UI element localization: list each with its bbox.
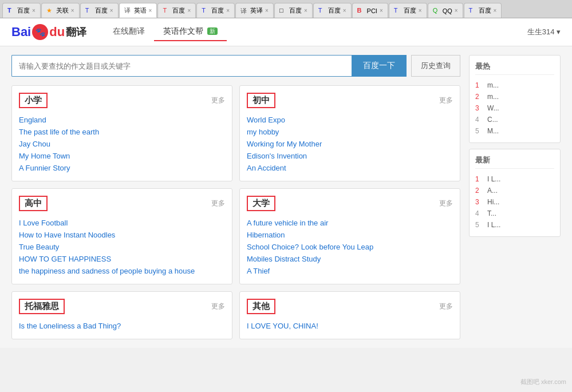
sidebar-hot-link-3[interactable]: W... [487,104,499,112]
list-item: Edison's Invention [247,150,453,162]
link-instantnoodles[interactable]: How to Have Instant Noodles [19,231,115,239]
sidebar-hot-list: 1 m... 2 m... 3 W... 4 C... 5 M... [475,80,554,137]
sidebar-new-link-2[interactable]: A... [487,187,498,195]
tab-close-13[interactable]: × [494,7,497,14]
sidebar-hot-link-1[interactable]: m... [487,81,499,89]
section-xiaoxue-more[interactable]: 更多 [211,96,225,105]
logo-du: du [49,25,65,39]
tab-9[interactable]: T 百度 × [313,3,352,18]
tab-close-12[interactable]: × [455,7,458,14]
link-jaychou[interactable]: Jay Chou [19,140,50,148]
list-item: 2 m... [475,91,554,102]
link-truebeauty[interactable]: True Beauty [19,243,59,251]
tab-2[interactable]: ★ 关联 × [41,3,80,18]
section-gaozhong-links: I Love Football How to Have Instant Nood… [19,217,225,277]
section-chuzhong-more[interactable]: 更多 [439,96,453,105]
rank-1: 1 [475,81,484,89]
section-gaozhong-more[interactable]: 更多 [211,199,225,208]
tab-close-7[interactable]: × [265,7,269,14]
sidebar-new: 最新 1 I L... 2 A... 3 Hi... 4 T... [469,149,561,237]
link-anaccident[interactable]: An Accident [247,164,286,172]
link-futurevehicle[interactable]: A future vehicle in the air [247,219,328,227]
tab-5[interactable]: T 百度 × [157,3,196,18]
link-ilovefootball[interactable]: I Love Football [19,219,68,227]
link-myhobby[interactable]: my hobby [247,128,279,136]
link-loneliness[interactable]: Is the Loneliness a Bad Thing? [19,322,121,330]
tab-label-3: 百度 [95,6,108,15]
section-tufu-header: 托福雅思 更多 [19,299,225,314]
tab-icon-1: T [7,7,15,15]
content-area: 百度一下 历史查询 小学 更多 England The past life of… [11,55,460,339]
logo-bai: Bai [11,25,31,39]
tab-6[interactable]: T 百度 × [196,3,235,18]
tab-11[interactable]: T 百度 × [389,3,427,18]
sidebar-new-link-1[interactable]: I L... [487,175,500,183]
link-myhometown[interactable]: My Home Town [19,152,70,160]
user-info[interactable]: 生生314 ▾ [527,27,561,37]
list-item: I LOVE YOU, CHINA! [247,320,453,332]
list-item: Is the Loneliness a Bad Thing? [19,320,225,332]
link-edisons[interactable]: Edison's Invention [247,152,307,160]
tab-close-6[interactable]: × [226,7,230,14]
tab-close-2[interactable]: × [71,7,74,14]
section-gaozhong-title: 高中 [19,196,48,211]
tab-12[interactable]: Q QQ × [428,3,463,18]
section-xiaoxue-title: 小学 [19,93,48,108]
nav-tab-essay-label: 英语作文帮 [163,26,203,35]
tab-close-8[interactable]: × [304,7,307,14]
tab-close-9[interactable]: × [343,7,346,14]
tab-10[interactable]: B PCI × [352,3,388,18]
section-daxue-links: A future vehicle in the air Hibernation … [247,217,453,277]
tab-13[interactable]: T 百度 × [464,3,502,18]
tab-label-11: 百度 [404,6,416,15]
section-xiaoxue-header: 小学 更多 [19,93,225,108]
tab-icon-10: B [357,7,365,15]
sidebar-hot-link-4[interactable]: C... [487,116,498,124]
tab-close-5[interactable]: × [187,7,191,14]
section-other-more[interactable]: 更多 [439,302,453,311]
tab-close-10[interactable]: × [380,7,383,14]
list-item: Mobiles Distract Study [247,253,453,265]
tab-7[interactable]: 译 英译 × [235,3,274,18]
tab-label-4: 英语 [134,6,147,15]
list-item: An Accident [247,162,453,174]
tab-8[interactable]: □ 百度 × [274,3,313,18]
tab-close-11[interactable]: × [419,7,422,14]
sidebar-hot-link-5[interactable]: M... [487,127,499,135]
link-athief[interactable]: A Thief [247,267,270,275]
sidebar-new-link-3[interactable]: Hi... [487,198,499,206]
section-daxue-more[interactable]: 更多 [439,199,453,208]
section-tufu-more[interactable]: 更多 [211,302,225,311]
tab-close-1[interactable]: × [32,7,35,14]
link-buyinghouse[interactable]: the happiness and sadness of people buyi… [19,267,195,275]
link-funnierstory[interactable]: A Funnier Story [19,164,70,172]
link-ilovechina[interactable]: I LOVE YOU, CHINA! [247,322,318,330]
tab-4[interactable]: 译 英语 × [119,3,157,18]
link-schoolchoice[interactable]: School Choice? Look before You Leap [247,243,373,251]
link-worldexpo[interactable]: World Expo [247,116,285,124]
search-button[interactable]: 百度一下 [352,55,407,77]
list-item: 5 M... [475,125,554,137]
nav-tab-online[interactable]: 在线翻译 [104,23,154,41]
history-button[interactable]: 历史查询 [411,55,460,77]
search-input[interactable] [11,55,352,77]
link-mobilesdistract[interactable]: Mobiles Distract Study [247,255,321,263]
nav-tab-essay[interactable]: 英语作文帮 新 [154,23,227,41]
sidebar-hot-link-2[interactable]: m... [487,93,499,101]
link-pastlife[interactable]: The past life of the earth [19,128,99,136]
logo-fanyi: 翻译 [66,25,86,39]
link-hibernation[interactable]: Hibernation [247,231,285,239]
tab-label-5: 百度 [172,6,185,15]
tab-1[interactable]: T 百度 × [2,3,41,18]
link-gethappiness[interactable]: HOW TO GET HAPPINESS [19,255,111,263]
tab-label-1: 百度 [17,6,30,15]
tab-close-3[interactable]: × [110,7,113,14]
link-england[interactable]: England [19,116,46,124]
tab-close-4[interactable]: × [149,7,152,14]
link-workingformother[interactable]: Working for My Mother [247,140,322,148]
sidebar-new-link-4[interactable]: T... [487,209,496,217]
sidebar-new-link-5[interactable]: I L... [487,221,500,229]
list-item: 1 m... [475,80,554,91]
tab-3[interactable]: T 百度 × [80,3,119,18]
section-other: 其他 更多 I LOVE YOU, CHINA! [239,291,460,339]
